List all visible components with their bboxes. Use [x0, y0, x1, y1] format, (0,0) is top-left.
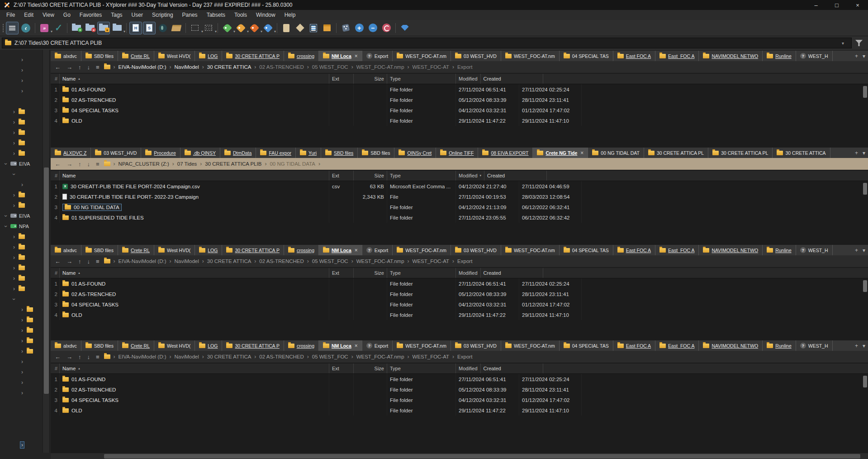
- tab-close-icon[interactable]: ×: [355, 53, 358, 59]
- table-row[interactable]: 4OLDFile folder29/11/2024 11:47:2229/11/…: [51, 115, 868, 126]
- tab-close-icon[interactable]: ×: [355, 247, 358, 253]
- chevron-right-icon[interactable]: ›: [20, 359, 24, 365]
- maximize-button[interactable]: □: [826, 0, 847, 10]
- tab[interactable]: Runline: [763, 245, 796, 255]
- column-header-name[interactable]: Name▴: [60, 363, 329, 373]
- chevron-right-icon[interactable]: ›: [12, 254, 16, 261]
- chevron-down-icon[interactable]: ›: [3, 224, 9, 229]
- tab[interactable]: FAU expor: [256, 148, 296, 158]
- tree-item[interactable]: ›: [0, 179, 43, 190]
- tab[interactable]: WEST_FOC-AT.nm: [393, 340, 451, 351]
- tree-item[interactable]: ›NPA: [0, 221, 43, 231]
- tree-item[interactable]: ›: [0, 242, 43, 252]
- back-icon[interactable]: ←: [53, 258, 62, 265]
- table-row[interactable]: 202 AS-TRENCHEDFile folder05/12/2024 08:…: [51, 384, 868, 395]
- tab[interactable]: 04 SPECIAL TAS: [560, 340, 613, 351]
- tree-scrollbar-thumb[interactable]: [44, 167, 49, 394]
- tab[interactable]: LOG: [195, 245, 222, 255]
- tab[interactable]: Online TIFF: [436, 148, 478, 158]
- column-header-num[interactable]: #: [51, 74, 60, 84]
- tab-list-button[interactable]: ▾: [863, 247, 865, 253]
- tab[interactable]: WEST_FOC-AT.nm: [393, 51, 451, 61]
- column-header-num[interactable]: #: [51, 171, 60, 181]
- breadcrumb-segment[interactable]: 05 WEST_FOC: [312, 354, 348, 359]
- tab[interactable]: 30 CRETE ATTICA P: [222, 51, 284, 61]
- table-row[interactable]: 101 AS-FOUNDFile folder27/11/2024 06:51:…: [51, 374, 868, 384]
- tab[interactable]: Crete RL: [118, 245, 154, 255]
- tab[interactable]: West HVD(: [154, 340, 195, 351]
- tree-item[interactable]: ›: [0, 283, 43, 294]
- tree-item[interactable]: ›EIVA: [0, 158, 43, 169]
- crumb-menu-icon[interactable]: ≡: [95, 354, 101, 360]
- menu-toggle-icon[interactable]: [6, 22, 19, 34]
- breadcrumb-segment[interactable]: 02 AS-TRENCHED: [259, 258, 304, 264]
- new-tab-button[interactable]: +: [855, 150, 858, 156]
- tree-item[interactable]: ›: [0, 127, 43, 138]
- breadcrumb-segment[interactable]: 00 NG TIDAL DATA: [270, 161, 315, 167]
- down-icon[interactable]: ↓: [86, 64, 92, 71]
- gem-button-icon[interactable]: [398, 22, 411, 34]
- back-icon[interactable]: ←: [53, 64, 62, 71]
- column-header-size[interactable]: Size: [354, 363, 387, 373]
- new-tab-button[interactable]: +: [855, 53, 858, 59]
- tree-item[interactable]: ›: [0, 148, 43, 158]
- chevron-right-icon[interactable]: ›: [12, 275, 16, 282]
- tab[interactable]: NAVIMODEL NETWO: [699, 245, 763, 255]
- column-header-size[interactable]: Size: [354, 171, 387, 181]
- chevron-right-icon[interactable]: ›: [12, 286, 16, 292]
- tab-close-icon[interactable]: ×: [580, 150, 583, 156]
- chevron-right-icon[interactable]: ›: [12, 150, 16, 157]
- tab[interactable]: ALXDVC Z: [51, 148, 91, 158]
- tab[interactable]: alxdvc: [51, 340, 81, 351]
- tab[interactable]: NAVIMODEL NETWO: [699, 51, 763, 61]
- new-folder-button-icon[interactable]: +: [70, 22, 83, 34]
- breadcrumb-segment[interactable]: EIVA-NaviModel (D:): [119, 258, 166, 264]
- filter-funnel-icon[interactable]: [855, 40, 863, 46]
- tree-item[interactable]: ›: [0, 440, 43, 450]
- back-icon[interactable]: ←: [53, 354, 62, 360]
- column-header-size[interactable]: Size: [354, 268, 387, 278]
- pane-scrollbar-thumb[interactable]: [863, 183, 867, 195]
- breadcrumb-segment[interactable]: WEST_FOC-AT: [413, 64, 450, 70]
- tree-item[interactable]: ›: [0, 117, 43, 127]
- tab[interactable]: NM Loca×: [319, 51, 362, 61]
- remove-folder-button-icon[interactable]: ×: [84, 22, 96, 34]
- selection-grid-button-icon[interactable]: ▾: [202, 22, 215, 34]
- breadcrumb-segment[interactable]: NaviModel: [174, 354, 199, 359]
- column-header-modified[interactable]: Modified▾: [456, 171, 484, 181]
- tree-item[interactable]: ›: [0, 315, 43, 325]
- chevron-right-icon[interactable]: ›: [12, 109, 16, 115]
- tree-item[interactable]: ›: [0, 377, 43, 387]
- hypnotize-button-icon[interactable]: [380, 22, 393, 34]
- back-icon[interactable]: ←: [53, 161, 62, 167]
- breadcrumb-segment[interactable]: WEST_FOC-AT.nmp: [356, 64, 404, 70]
- tab[interactable]: East FOC A: [613, 340, 655, 351]
- random-button-icon[interactable]: [339, 22, 352, 34]
- tree-item[interactable]: ›: [0, 169, 43, 179]
- menu-item-scripting[interactable]: Scripting: [147, 10, 178, 19]
- minimize-button[interactable]: –: [806, 0, 826, 10]
- column-header-type[interactable]: Type: [387, 171, 456, 181]
- column-header-created[interactable]: Created: [481, 268, 543, 278]
- tag-green-button-icon[interactable]: ▾: [221, 22, 233, 34]
- breadcrumb-segment[interactable]: 30 CRETE ATTICA: [207, 258, 251, 264]
- table-row[interactable]: 304 SPECIAL TASKSFile folder04/12/2024 0…: [51, 395, 868, 405]
- tab[interactable]: WEST_FOC-AT.nm: [501, 245, 560, 255]
- column-header-ext[interactable]: Ext: [329, 268, 354, 278]
- tree-item[interactable]: ›: [0, 190, 43, 200]
- tab[interactable]: DtmData: [220, 148, 256, 158]
- breadcrumb-segment[interactable]: 02 AS-TRENCHED: [259, 64, 304, 70]
- tab[interactable]: ?WEST_H: [796, 340, 833, 351]
- chevron-down-icon[interactable]: ›: [3, 162, 9, 166]
- horizontal-scrollbar[interactable]: [51, 453, 868, 459]
- tree-item[interactable]: ›: [0, 325, 43, 335]
- breadcrumb-segment[interactable]: WEST_FOC-AT.nmp: [356, 258, 404, 264]
- chevron-right-icon[interactable]: ›: [12, 234, 16, 240]
- chevron-right-icon[interactable]: ›: [20, 77, 24, 84]
- column-header-type[interactable]: Type: [387, 268, 456, 278]
- table-row[interactable]: 401 SUPERSEDED TIDE FILESFile folder27/1…: [51, 212, 868, 223]
- address-dropdown-icon[interactable]: ▾: [837, 41, 849, 46]
- tab[interactable]: SBD files: [321, 148, 358, 158]
- tree-item[interactable]: ›: [0, 65, 43, 75]
- table-row[interactable]: 101 AS-FOUNDFile folder27/11/2024 06:51:…: [51, 84, 868, 95]
